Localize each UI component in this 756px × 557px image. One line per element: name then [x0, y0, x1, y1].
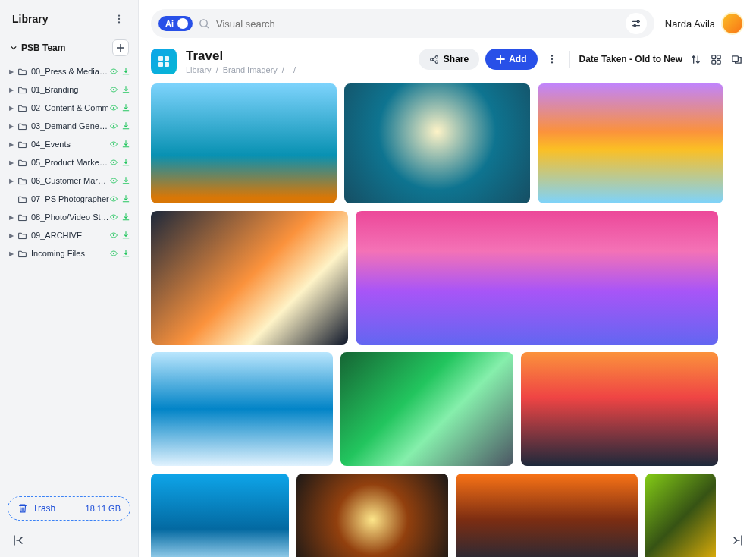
download-icon[interactable]	[121, 176, 130, 185]
download-icon[interactable]	[121, 67, 130, 76]
sort-direction-button[interactable]	[689, 52, 703, 67]
gallery-tile[interactable]	[151, 352, 333, 466]
gallery-tile[interactable]	[151, 211, 348, 345]
sidebar-item-label: 07_PS Photographer	[31, 194, 109, 203]
watch-icon[interactable]	[109, 140, 118, 149]
folder-icon	[17, 67, 27, 77]
gallery-tile[interactable]	[151, 474, 289, 557]
more-vertical-icon	[114, 14, 124, 24]
image-placeholder	[151, 83, 337, 203]
search-bar[interactable]: Ai	[151, 9, 654, 38]
download-icon[interactable]	[121, 231, 130, 240]
gallery-tile[interactable]	[521, 352, 718, 466]
add-label: Add	[509, 54, 526, 65]
chevron-right-icon: ▶	[8, 87, 15, 93]
watch-icon[interactable]	[109, 121, 118, 131]
breadcrumb-segment[interactable]: Brand Imagery	[223, 65, 278, 74]
ai-toggle[interactable]: Ai	[158, 16, 193, 31]
grid-view-button[interactable]	[709, 52, 723, 67]
download-icon[interactable]	[121, 212, 130, 222]
image-placeholder	[151, 352, 333, 466]
sidebar-item[interactable]: ▶ 04_Events	[3, 135, 135, 153]
collapse-panel-button[interactable]	[729, 531, 747, 549]
team-toggle[interactable]: PSB Team	[11, 42, 65, 53]
watch-icon[interactable]	[109, 231, 118, 240]
svg-point-24	[551, 55, 552, 56]
gallery-tile[interactable]	[340, 352, 513, 466]
gallery-tile[interactable]	[538, 83, 723, 203]
sidebar-item[interactable]: ▶ 01_Branding	[3, 80, 135, 99]
photos-icon	[157, 55, 171, 68]
gallery-tile[interactable]	[151, 83, 337, 203]
chevron-right-icon: ▶	[8, 178, 15, 184]
watch-icon[interactable]	[109, 249, 118, 258]
sidebar-more-button[interactable]	[111, 11, 127, 27]
gallery-tile[interactable]	[296, 474, 448, 557]
watch-icon[interactable]	[109, 176, 118, 185]
download-icon[interactable]	[121, 158, 130, 167]
breadcrumb-segment[interactable]: Library	[186, 65, 212, 74]
download-icon[interactable]	[121, 140, 130, 149]
collapse-sidebar-button[interactable]	[9, 531, 27, 549]
folder-icon	[17, 212, 27, 222]
image-placeholder	[344, 83, 530, 203]
svg-point-1	[118, 18, 120, 20]
page-title: Travel	[186, 49, 409, 64]
sidebar-item[interactable]: ▶ 02_Content & Comm	[3, 99, 135, 117]
download-icon[interactable]	[121, 249, 130, 258]
download-icon[interactable]	[121, 194, 130, 203]
add-button[interactable]: Add	[485, 49, 537, 70]
breadcrumb-separator: /	[216, 65, 218, 74]
gallery-tile[interactable]	[344, 83, 530, 203]
page-more-button[interactable]	[544, 51, 560, 68]
folder-icon	[17, 158, 27, 168]
svg-point-12	[113, 234, 114, 236]
gallery-tile[interactable]	[456, 474, 638, 557]
divider	[569, 51, 570, 68]
chevron-right-icon: ▶	[8, 232, 15, 239]
sidebar-item[interactable]: ▶ 03_Demand Generation	[3, 117, 135, 135]
sidebar-item[interactable]: ▶ 00_Press & Media Kit	[3, 62, 135, 80]
image-placeholder	[456, 474, 638, 557]
svg-point-9	[113, 180, 114, 181]
watch-icon[interactable]	[109, 212, 118, 222]
sidebar-item[interactable]: ▶ 09_ARCHIVE	[3, 226, 135, 244]
sort-dropdown[interactable]: Date Taken - Old to New	[579, 54, 682, 65]
download-icon[interactable]	[121, 103, 130, 112]
watch-icon[interactable]	[109, 158, 118, 167]
folder-icon	[17, 103, 27, 113]
svg-point-4	[113, 89, 114, 90]
gallery-tile[interactable]	[645, 474, 716, 557]
chevron-right-icon: ▶	[8, 105, 15, 112]
download-icon[interactable]	[121, 121, 130, 131]
watch-icon[interactable]	[109, 194, 118, 203]
filter-button[interactable]	[626, 13, 647, 34]
sidebar-item[interactable]: ▶ 05_Product Marketing	[3, 153, 135, 172]
download-icon[interactable]	[121, 85, 130, 94]
sidebar-item[interactable]: ▶ Incoming Files	[3, 244, 135, 263]
folder-icon	[17, 85, 27, 95]
search-input[interactable]	[216, 18, 620, 30]
trash-button[interactable]: Trash 18.11 GB	[8, 496, 130, 521]
watch-icon[interactable]	[109, 85, 118, 94]
sidebar-item[interactable]: ▶ 08_Photo/Video Stock	[3, 208, 135, 226]
sidebar-item[interactable]: 07_PS Photographer	[3, 190, 135, 208]
svg-point-26	[551, 61, 552, 63]
folder-hero-icon	[151, 49, 177, 74]
share-button[interactable]: Share	[419, 49, 479, 70]
sidebar-item[interactable]: ▶ 06_Customer Marketing	[3, 172, 135, 190]
watch-icon[interactable]	[109, 103, 118, 112]
image-placeholder	[356, 211, 718, 345]
compare-view-button[interactable]	[729, 52, 744, 67]
gallery[interactable]	[139, 83, 756, 557]
svg-point-15	[637, 20, 639, 23]
svg-point-13	[113, 253, 114, 254]
gallery-row	[151, 211, 744, 345]
gallery-row	[151, 83, 744, 203]
add-folder-button[interactable]	[112, 39, 129, 56]
gallery-tile[interactable]	[356, 211, 718, 345]
watch-icon[interactable]	[109, 67, 118, 76]
svg-point-7	[113, 143, 114, 145]
folder-icon	[17, 249, 27, 259]
user-menu[interactable]: Narda Avila	[665, 12, 744, 35]
